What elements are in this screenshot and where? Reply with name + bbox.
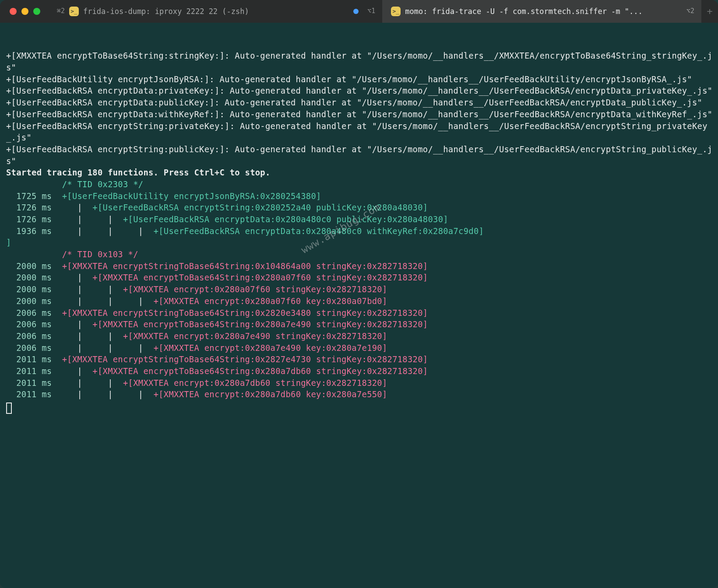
minimize-icon[interactable] [21,8,28,15]
trace-line: 2000 ms | | +[XMXXTEA encrypt:0x280a07f6… [6,284,713,296]
trace-line: ] [6,237,713,249]
trace-line: 2000 ms | | | +[XMXXTEA encrypt:0x280a07… [6,296,713,308]
trace-line: 2006 ms +[XMXXTEA encryptStringToBase64S… [6,308,713,319]
trace-line: 1725 ms +[UserFeedBackUtility encryptJso… [6,191,713,203]
tab-right-kbd: ⌥1 [367,7,375,16]
trace-line: 1726 ms | | +[UserFeedBackRSA encryptDat… [6,214,713,226]
tab-1[interactable]: ⌘2 >_ frida-ios-dump: iproxy 2222 22 (-z… [48,0,382,23]
handler-line: +[UserFeedBackRSA encryptData:publicKey:… [6,97,713,109]
close-icon[interactable] [10,8,17,15]
trace-line: 2011 ms | | | +[XMXXTEA encrypt:0x280a7d… [6,389,713,401]
tab-title: frida-ios-dump: iproxy 2222 22 (-zsh) [83,6,249,17]
trace-line: 2011 ms | | +[XMXXTEA encrypt:0x280a7db6… [6,378,713,389]
started-msg: Started tracing 180 functions. Press Ctr… [6,167,713,179]
tab-right-kbd: ⌥2 [686,7,694,16]
titlebar: ⌘2 >_ frida-ios-dump: iproxy 2222 22 (-z… [0,0,718,23]
tab-kbd: ⌘2 [57,7,65,16]
terminal-output[interactable]: www.apibug.com +[XMXXTEA encryptToBase64… [0,23,718,588]
trace-line: 2011 ms | +[XMXXTEA encryptToBase64Strin… [6,366,713,378]
trace-line: 2000 ms | +[XMXXTEA encryptToBase64Strin… [6,272,713,284]
terminal-icon: >_ [391,7,401,16]
handler-line: +[UserFeedBackRSA encryptString:publicKe… [6,144,713,167]
tab-title: momo: frida-trace -U -f com.stormtech.sn… [405,6,642,17]
trace-line: 2006 ms | | | +[XMXXTEA encrypt:0x280a7e… [6,343,713,354]
terminal-icon: >_ [69,7,79,16]
tid-comment: /* TID 0x2303 */ [62,180,144,189]
tid-comment: /* TID 0x103 */ [62,250,138,259]
zoom-icon[interactable] [33,8,40,15]
cursor-icon [6,402,12,414]
window-controls [0,8,48,15]
handler-line: +[UserFeedBackRSA encryptData:withKeyRef… [6,109,713,121]
activity-badge-icon [353,9,359,14]
trace-line: 2006 ms | | +[XMXXTEA encrypt:0x280a7e49… [6,331,713,343]
handler-line: +[UserFeedBackUtility encryptJsonByRSA:]… [6,74,713,86]
trace-line: 2011 ms +[XMXXTEA encryptStringToBase64S… [6,354,713,366]
trace-line: 2000 ms +[XMXXTEA encryptStringToBase64S… [6,261,713,273]
handler-line: +[XMXXTEA encryptToBase64String:stringKe… [6,50,713,74]
handler-line: +[UserFeedBackRSA encryptData:privateKey… [6,85,713,97]
trace-line: 1726 ms | +[UserFeedBackRSA encryptStrin… [6,202,713,214]
trace-line: 1936 ms | | | +[UserFeedBackRSA encryptD… [6,226,713,238]
add-tab-button[interactable]: + [701,0,718,23]
trace-line: 2006 ms | +[XMXXTEA encryptToBase64Strin… [6,319,713,331]
handler-line: +[UserFeedBackRSA encryptString:privateK… [6,121,713,144]
tab-2[interactable]: >_ momo: frida-trace -U -f com.stormtech… [382,0,701,23]
